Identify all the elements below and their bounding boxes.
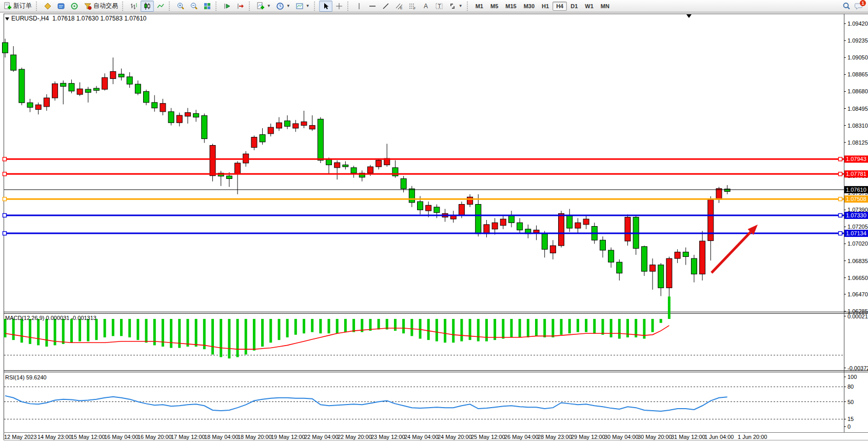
market-watch-icon (57, 2, 65, 10)
new-order-button[interactable]: 新订单 (1, 1, 34, 12)
metaeditor-icon (44, 2, 52, 10)
zoom-in-icon (176, 2, 185, 10)
timeframe-w1[interactable]: W1 (581, 2, 597, 11)
timeframe-m30[interactable]: M30 (520, 2, 538, 11)
arrows-tool-button[interactable]: ▼ (446, 1, 465, 12)
chart-ohlc-values: 1.07618 1.07630 1.07583 1.07610 (52, 15, 147, 22)
svg-text:1.07205: 1.07205 (847, 224, 868, 230)
svg-text:1.07330: 1.07330 (846, 212, 866, 218)
svg-text:T: T (438, 3, 441, 9)
text-label-icon: T (435, 2, 443, 10)
indicators-button[interactable]: ▼ (254, 1, 273, 12)
svg-text:15 May 12:00: 15 May 12:00 (71, 434, 105, 440)
line-chart-button[interactable] (154, 1, 167, 12)
trendline-button[interactable] (379, 1, 392, 12)
text-icon: A (422, 2, 430, 10)
price-chart-canvas[interactable]: 1.094201.092351.090501.088651.086801.084… (0, 13, 868, 443)
bar-chart-button[interactable] (127, 1, 141, 12)
timeframe-m15[interactable]: M15 (502, 2, 520, 11)
svg-text:23 May 12:00: 23 May 12:00 (371, 434, 405, 440)
fibonacci-button[interactable]: F (406, 1, 419, 12)
candlestick-chart-button[interactable] (141, 1, 154, 12)
timeframe-mn[interactable]: MN (597, 2, 613, 11)
horizontal-line-button[interactable] (366, 1, 379, 12)
text-label-button[interactable]: T (432, 1, 446, 12)
svg-text:22 May 04:00: 22 May 04:00 (304, 434, 339, 440)
templates-button[interactable]: ▼ (293, 1, 312, 12)
chart-symbol-period: EURUSD-,H4 (11, 15, 49, 22)
svg-text:12 May 2023: 12 May 2023 (4, 434, 37, 440)
svg-text:0: 0 (847, 424, 851, 430)
vertical-line-icon (355, 2, 363, 10)
alerts-button[interactable] (68, 1, 81, 12)
equidistant-channel-button[interactable]: E (392, 1, 406, 12)
svg-text:1.06835: 1.06835 (847, 258, 868, 264)
crosshair-icon (335, 2, 343, 10)
svg-text:1.08865: 1.08865 (847, 71, 868, 77)
timeframe-h1[interactable]: H1 (538, 2, 553, 11)
timeframe-h4[interactable]: H4 (553, 2, 567, 11)
zoom-out-icon (190, 2, 198, 10)
svg-text:0.00021: 0.00021 (847, 313, 868, 319)
autotrading-icon (84, 2, 92, 10)
toolbar-separator (169, 2, 172, 11)
zoom-in-button[interactable] (174, 1, 187, 12)
cursor-button[interactable] (319, 1, 332, 12)
svg-text:F: F (413, 7, 416, 10)
svg-text:A: A (424, 3, 428, 10)
market-watch-button[interactable] (54, 1, 68, 12)
metaeditor-button[interactable] (41, 1, 54, 12)
timeframe-m1[interactable]: M1 (472, 2, 487, 11)
svg-text:15: 15 (847, 416, 854, 422)
toolbar-separator (249, 2, 252, 11)
svg-text:1.07020: 1.07020 (847, 240, 868, 247)
auto-scroll-icon (223, 2, 231, 10)
crosshair-button[interactable] (332, 1, 346, 12)
svg-text:31 May 12:00: 31 May 12:00 (671, 434, 705, 440)
svg-text:1.08495: 1.08495 (847, 106, 868, 112)
candlestick-chart-icon (143, 2, 151, 10)
chat-notification-icon[interactable]: 1 (855, 2, 863, 10)
timeframe-d1[interactable]: D1 (567, 2, 581, 11)
svg-text:50: 50 (847, 399, 854, 405)
rsi-name: RSI(14) (5, 374, 25, 380)
main-toolbar: 新订单 自动交易 (0, 0, 868, 12)
svg-text:18 May 20:00: 18 May 20:00 (238, 434, 272, 440)
new-order-label: 新订单 (13, 2, 32, 10)
autotrading-button[interactable]: 自动交易 (81, 1, 121, 12)
rsi-value: 59.6240 (26, 374, 47, 380)
chart-shift-button[interactable] (234, 1, 247, 12)
text-button[interactable]: A (419, 1, 432, 12)
svg-text:17 May 12:00: 17 May 12:00 (171, 434, 205, 440)
chart-shift-marker-icon[interactable] (686, 14, 692, 18)
vertical-line-button[interactable] (352, 1, 366, 12)
chevron-down-icon: ▼ (459, 4, 463, 8)
svg-text:16 May 04:00: 16 May 04:00 (104, 434, 139, 440)
chevron-down-icon: ▼ (306, 4, 310, 8)
svg-text:26 May 04:00: 26 May 04:00 (504, 434, 539, 440)
svg-text:1.07134: 1.07134 (846, 230, 866, 236)
svg-text:16 May 20:00: 16 May 20:00 (137, 434, 172, 440)
svg-text:30 May 20:00: 30 May 20:00 (638, 434, 672, 440)
toolbar-separator (122, 2, 126, 11)
search-icon[interactable] (842, 2, 851, 10)
tile-windows-button[interactable] (201, 1, 214, 12)
periods-button[interactable]: ▼ (273, 1, 293, 12)
svg-text:22 May 20:00: 22 May 20:00 (338, 434, 372, 440)
svg-text:1.07610: 1.07610 (846, 187, 866, 193)
chart-collapse-icon[interactable] (5, 17, 9, 21)
svg-text:29 May 12:00: 29 May 12:00 (571, 434, 605, 440)
timeframe-m5[interactable]: M5 (487, 2, 502, 11)
templates-icon (295, 2, 304, 10)
horizontal-line-icon (368, 2, 377, 10)
auto-scroll-button[interactable] (221, 1, 234, 12)
svg-text:14 May 23:00: 14 May 23:00 (37, 434, 72, 440)
svg-text:1.07943: 1.07943 (846, 156, 866, 162)
svg-text:80: 80 (847, 384, 854, 390)
tile-windows-icon (203, 2, 211, 10)
toolbar-separator (215, 2, 219, 11)
svg-text:1 Jun 04:00: 1 Jun 04:00 (704, 434, 734, 440)
svg-text:1.09420: 1.09420 (847, 21, 868, 27)
zoom-out-button[interactable] (187, 1, 201, 12)
toolbar-separator (467, 2, 470, 11)
